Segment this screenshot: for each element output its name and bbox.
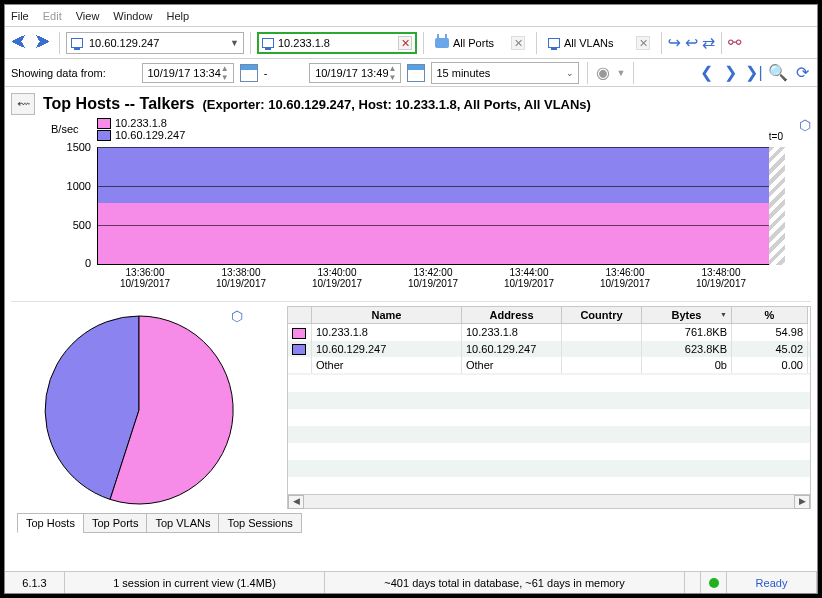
table-row[interactable]: Other Other 0b 0.00 <box>288 357 810 373</box>
link-icon[interactable]: ⚯ <box>728 33 741 52</box>
range-combo[interactable]: 15 minutes ⌄ <box>431 62 579 84</box>
host-icon <box>262 38 274 48</box>
future-hatch <box>769 147 785 265</box>
separator <box>587 62 588 84</box>
status-db: ~401 days total in database, ~61 days in… <box>325 572 685 593</box>
menu-file[interactable]: File <box>11 10 29 22</box>
y-tick: 1000 <box>67 180 91 192</box>
app-window: File Edit View Window Help ⮜ ⮞ 10.60.129… <box>4 4 818 594</box>
status-spacer <box>685 572 701 593</box>
range-value: 15 minutes <box>436 67 490 79</box>
calendar-icon[interactable] <box>407 64 425 82</box>
cell-country <box>562 324 642 341</box>
ports-filter-pill[interactable]: All Ports ✕ <box>430 32 530 54</box>
tab-top-sessions[interactable]: Top Sessions <box>218 513 301 533</box>
status-version: 6.1.3 <box>5 572 65 593</box>
table-header: Name Address Country Bytes % <box>288 307 810 324</box>
date-dash: - <box>264 67 268 79</box>
prev-button[interactable]: ❮ <box>697 64 715 82</box>
cell-name: 10.233.1.8 <box>312 324 462 341</box>
back-button[interactable]: ⮜ <box>9 33 29 53</box>
menu-view[interactable]: View <box>76 10 100 22</box>
pie-svg <box>11 306 271 506</box>
from-date-field[interactable]: 10/19/17 13:34 ▲▼ <box>142 63 234 83</box>
to-date-field[interactable]: 10/19/17 13:49 ▲▼ <box>309 63 401 83</box>
pin-icon[interactable]: ⬡ <box>231 308 243 324</box>
lower-panel: ⬡ Name Address Country Bytes <box>11 301 811 509</box>
time-toolbar: Showing data from: 10/19/17 13:34 ▲▼ - 1… <box>5 59 817 87</box>
cell-addr: 10.233.1.8 <box>462 324 562 341</box>
col-swatch[interactable] <box>288 307 312 324</box>
col-bytes[interactable]: Bytes <box>642 307 732 324</box>
cell-country <box>562 341 642 358</box>
calendar-icon[interactable] <box>240 64 258 82</box>
separator <box>536 32 537 54</box>
col-name[interactable]: Name <box>312 307 462 324</box>
close-icon[interactable]: ✕ <box>511 36 525 50</box>
pin-icon[interactable]: ⬡ <box>799 117 811 133</box>
x-tick: 13:36:0010/19/2017 <box>97 267 193 289</box>
close-icon[interactable]: ✕ <box>636 36 650 50</box>
chevron-down-icon: ▼ <box>224 38 239 48</box>
skip-end-button[interactable]: ❯| <box>745 64 763 82</box>
menu-edit[interactable]: Edit <box>43 10 62 22</box>
cell-pct: 0.00 <box>732 357 808 373</box>
forward-button[interactable]: ⮞ <box>33 33 53 53</box>
x-tick: 13:42:0010/19/2017 <box>385 267 481 289</box>
from-date-value: 10/19/17 13:34 <box>147 67 220 79</box>
col-address[interactable]: Address <box>462 307 562 324</box>
separator <box>633 62 634 84</box>
menubar: File Edit View Window Help <box>5 5 817 27</box>
legend-label: 10.60.129.247 <box>115 129 185 141</box>
table-row[interactable]: 10.60.129.247 10.60.129.247 623.8KB 45.0… <box>288 341 810 358</box>
col-country[interactable]: Country <box>562 307 642 324</box>
exporter-combo[interactable]: 10.60.129.247 ▼ <box>66 32 244 54</box>
gridline <box>98 147 769 148</box>
vlans-filter-pill[interactable]: All VLANs ✕ <box>543 32 655 54</box>
menu-help[interactable]: Help <box>166 10 189 22</box>
spinner-icon[interactable]: ▲▼ <box>389 64 397 82</box>
host-filter-pill[interactable]: 10.233.1.8 ✕ <box>257 32 417 54</box>
pie-chart: ⬡ <box>11 306 283 509</box>
separator <box>423 32 424 54</box>
chart-type-button[interactable]: ⬳ <box>11 93 35 115</box>
y-tick: 1500 <box>67 141 91 153</box>
page-subtitle: (Exporter: 10.60.129.247, Host: 10.233.1… <box>202 97 590 112</box>
x-axis: 13:36:0010/19/2017 13:38:0010/19/2017 13… <box>97 267 769 289</box>
exporter-value: 10.60.129.247 <box>89 37 159 49</box>
zoom-icon[interactable]: 🔍 <box>769 64 787 82</box>
gridline <box>98 186 769 187</box>
t0-label: t=0 <box>769 131 783 142</box>
tab-top-vlans[interactable]: Top VLANs <box>146 513 219 533</box>
exporter-icon <box>71 38 83 48</box>
cell-addr: Other <box>462 357 562 373</box>
refresh-icon[interactable]: ⟳ <box>793 64 811 82</box>
cell-name: 10.60.129.247 <box>312 341 462 358</box>
plot-area[interactable]: t=0 <box>97 147 769 265</box>
scroll-right-icon[interactable]: ▶ <box>794 495 810 509</box>
spinner-icon[interactable]: ▲▼ <box>221 64 229 82</box>
redo-arrow-icon[interactable]: ↩ <box>685 33 698 52</box>
h-scrollbar[interactable]: ◀ ▶ <box>288 494 810 508</box>
tab-top-hosts[interactable]: Top Hosts <box>17 513 84 533</box>
status-ready: Ready <box>727 572 817 593</box>
area-chart: 1500 1000 500 0 t=0 13:36:0010/19/2017 1… <box>11 147 811 297</box>
cell-bytes: 0b <box>642 357 732 373</box>
chevron-down-icon[interactable]: ▼ <box>616 68 625 78</box>
filter-toolbar: ⮜ ⮞ 10.60.129.247 ▼ 10.233.1.8 ✕ All Por… <box>5 27 817 59</box>
led-green-icon <box>709 578 719 588</box>
undo-arrow-icon[interactable]: ↩ <box>668 33 681 52</box>
sync-arrows-icon[interactable]: ⇄ <box>702 33 715 52</box>
menu-window[interactable]: Window <box>113 10 152 22</box>
hosts-table: Name Address Country Bytes % 10.233.1.8 … <box>287 306 811 509</box>
to-date-value: 10/19/17 13:49 <box>315 67 388 79</box>
table-row[interactable]: 10.233.1.8 10.233.1.8 761.8KB 54.98 <box>288 324 810 341</box>
tab-top-ports[interactable]: Top Ports <box>83 513 147 533</box>
col-pct[interactable]: % <box>732 307 808 324</box>
record-icon[interactable]: ◉ <box>596 63 610 82</box>
next-button[interactable]: ❯ <box>721 64 739 82</box>
close-icon[interactable]: ✕ <box>398 36 412 50</box>
title-row: ⬳ Top Hosts -- Talkers (Exporter: 10.60.… <box>11 93 811 115</box>
scroll-left-icon[interactable]: ◀ <box>288 495 304 509</box>
chevron-down-icon: ⌄ <box>560 68 574 78</box>
